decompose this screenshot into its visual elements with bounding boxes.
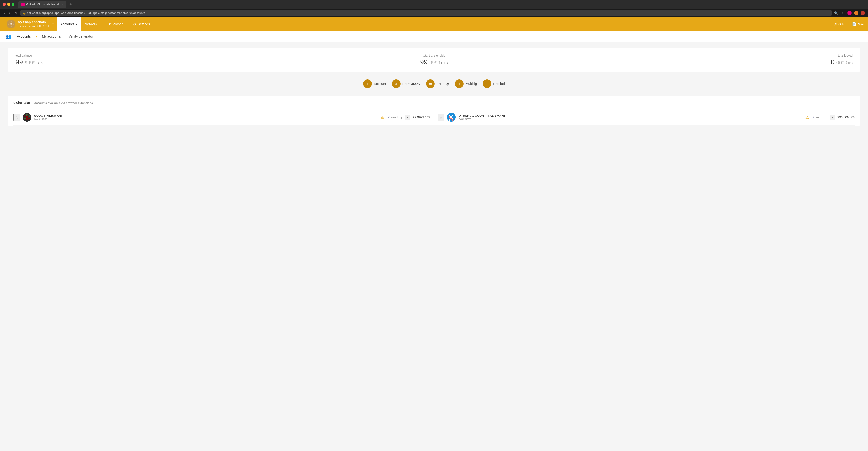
svg-point-8: [24, 118, 26, 119]
total-locked-item: total locked 0.0000KS: [574, 54, 852, 66]
secure-icon: 🔒: [23, 11, 26, 15]
browser-toolbar: 🔍 ☆: [834, 11, 865, 15]
account-balance-sudo: 99.9999BKS: [413, 116, 430, 119]
total-transferrable-value: 99.9999BKS: [294, 58, 574, 66]
expand-button-sudo[interactable]: ▾: [405, 115, 410, 120]
github-label: GitHub: [838, 22, 848, 26]
more-options-button-other[interactable]: ⋮: [824, 115, 828, 120]
address-bar: ‹ › ↻ 🔒 polkadot.js.org/apps/?rpc=wss://…: [0, 9, 868, 17]
chain-sub: frontier-template/500 #266: [18, 24, 49, 28]
svg-rect-17: [449, 118, 451, 119]
extension-icon-3[interactable]: [861, 11, 865, 15]
send-arrow-icon-other: ➤: [811, 115, 815, 120]
total-transferrable-decimal: 9999: [429, 60, 440, 65]
total-transferrable-unit: BKS: [441, 61, 448, 65]
close-dot[interactable]: [3, 3, 6, 6]
send-label-other: send: [815, 116, 822, 119]
nav-network[interactable]: Network ▾: [81, 17, 103, 31]
warning-icon-sudo: ⚠: [381, 115, 384, 120]
wiki-link[interactable]: 📄 Wiki: [852, 22, 864, 27]
action-buttons: + Account ↺ From JSON ▦ From Qr + Multis…: [8, 77, 860, 90]
sub-nav: 👥 Accounts › My accounts Vanity generato…: [0, 31, 868, 42]
add-account-icon: +: [363, 79, 372, 88]
account-address-other: 0x8A4f670...: [459, 118, 803, 121]
proxied-icon: +: [483, 79, 491, 88]
multisig-label: Multisig: [466, 82, 477, 86]
subnav-accounts[interactable]: Accounts: [13, 31, 35, 42]
from-json-button[interactable]: ↺ From JSON: [392, 79, 420, 88]
url-bar[interactable]: 🔒 polkadot.js.org/apps/?rpc=wss://fraa-f…: [20, 10, 832, 15]
tab-close-button[interactable]: ✕: [61, 3, 63, 6]
chain-selector[interactable]: S My Snap Appchain frontier-template/500…: [4, 18, 57, 30]
svg-text:S: S: [10, 23, 12, 26]
subnav-vanity-generator[interactable]: Vanity generator: [65, 31, 97, 42]
account-name-other: OTHER ACCOUNT (TALISMAN): [459, 114, 803, 118]
table-row: ☆ SUDO (TALISMAN) 0xa9d3160: [13, 109, 434, 126]
network-caret-icon: ▾: [98, 23, 100, 26]
account-info-sudo: SUDO (TALISMAN) 0xa9d3160...: [34, 114, 378, 121]
favorite-button-sudo[interactable]: ☆: [13, 114, 20, 121]
balance-number-other: 995.0000: [837, 116, 850, 119]
search-browser-icon[interactable]: 🔍: [834, 11, 838, 15]
star-browser-icon[interactable]: ☆: [841, 11, 845, 15]
browser-chrome: Polkadot/Substrate Portal ✕ +: [0, 0, 868, 9]
nav-settings[interactable]: ⚙ Settings: [129, 17, 154, 31]
forward-button[interactable]: ›: [8, 10, 11, 16]
total-balance-label: total balance: [16, 54, 294, 57]
account-list: ☆ SUDO (TALISMAN) 0xa9d3160: [13, 109, 855, 126]
more-options-button-sudo[interactable]: ⋮: [400, 115, 403, 120]
from-json-label: From JSON: [402, 82, 420, 86]
wiki-icon: 📄: [852, 22, 857, 27]
nav-developer-label: Developer: [107, 22, 123, 26]
url-text: polkadot.js.org/apps/?rpc=wss://fraa-fla…: [27, 11, 145, 15]
from-qr-button[interactable]: ▦ From Qr: [426, 79, 449, 88]
chain-name: My Snap Appchain: [18, 20, 49, 24]
nav-developer[interactable]: Developer ▾: [103, 17, 129, 31]
accounts-caret-icon: ▾: [76, 23, 77, 26]
tab-title: Polkadot/Substrate Portal: [26, 3, 59, 6]
svg-rect-11: [449, 115, 451, 116]
balance-number-sudo: 99.9999: [413, 116, 424, 119]
add-account-label: Account: [374, 82, 386, 86]
subnav-separator: ›: [35, 34, 38, 39]
back-button[interactable]: ‹: [3, 10, 6, 16]
svg-point-3: [26, 116, 28, 119]
avatar: [447, 113, 456, 122]
favorite-button-other[interactable]: ☆: [438, 114, 444, 121]
subnav-vanity-generator-label: Vanity generator: [69, 34, 93, 38]
new-tab-button[interactable]: +: [69, 2, 72, 7]
from-qr-label: From Qr: [437, 82, 449, 86]
svg-rect-13: [452, 115, 453, 116]
minimize-dot[interactable]: [7, 3, 10, 6]
total-balance-item: total balance 99.9999BKS: [16, 54, 294, 66]
balance-unit-sudo: BKS: [425, 116, 430, 119]
multisig-button[interactable]: + Multisig: [455, 79, 477, 88]
reload-button[interactable]: ↻: [13, 10, 18, 17]
github-link[interactable]: ↗ GitHub: [834, 22, 848, 27]
balance-unit-other: KS: [851, 116, 855, 119]
send-button-other[interactable]: ➤ send: [812, 115, 822, 119]
from-json-icon: ↺: [392, 79, 401, 88]
add-account-button[interactable]: + Account: [363, 79, 386, 88]
expand-button-other[interactable]: ▾: [830, 115, 835, 120]
maximize-dot[interactable]: [11, 3, 14, 6]
send-button-sudo[interactable]: ➤ send: [387, 115, 398, 119]
main-content: total balance 99.9999BKS total transferr…: [0, 42, 868, 135]
total-locked-label: total locked: [574, 54, 852, 57]
extension-icon-2[interactable]: [854, 11, 858, 15]
total-transferrable-integer: 99.: [420, 58, 429, 66]
main-nav: Accounts ▾ Network ▾ Developer ▾ ⚙ Setti…: [57, 17, 834, 31]
avatar: [23, 113, 31, 122]
proxied-button[interactable]: + Proxied: [483, 79, 504, 88]
svg-point-4: [26, 114, 28, 116]
nav-accounts[interactable]: Accounts ▾: [57, 17, 81, 31]
total-locked-unit: KS: [848, 61, 852, 65]
nav-accounts-label: Accounts: [60, 22, 74, 26]
extension-icon-1[interactable]: [847, 11, 851, 15]
accounts-people-icon: 👥: [6, 34, 11, 39]
svg-rect-21: [451, 119, 452, 121]
subnav-my-accounts[interactable]: My accounts: [38, 31, 65, 42]
from-qr-icon: ▦: [426, 79, 435, 88]
browser-tab[interactable]: Polkadot/Substrate Portal ✕: [18, 1, 66, 8]
svg-rect-20: [449, 119, 451, 121]
